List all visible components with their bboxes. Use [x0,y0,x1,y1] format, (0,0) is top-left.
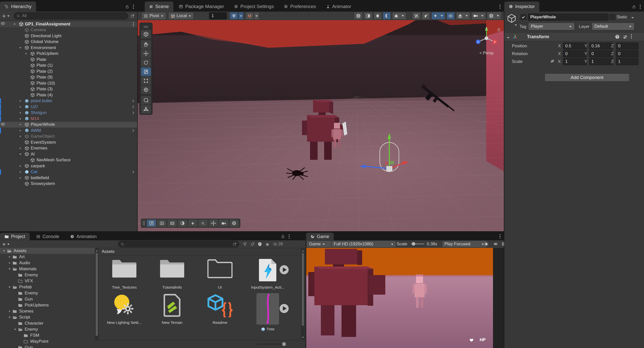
asset-tutorialinfo[interactable]: TutorialInfo [149,258,195,290]
folder-audio[interactable]: Audio [0,260,95,266]
effects-button[interactable] [431,12,445,20]
hierarchy-lock-icon[interactable] [125,4,129,9]
expand-chevron-icon[interactable] [132,111,135,115]
vector-field-rotation-z[interactable]: 0 [616,50,638,57]
tab-inspector[interactable]: Inspector [504,2,539,12]
tab-project-settings[interactable]: Project Settings [230,2,278,12]
hierarchy-item-plate-9-[interactable]: Plate (9) [0,74,137,81]
name-field[interactable]: PlayerWhole [528,14,609,21]
favorites-icon[interactable] [265,242,270,246]
vector-field-position-y[interactable]: 0.16 [589,43,613,50]
project-search-input[interactable] [118,241,239,247]
snap-options[interactable] [254,12,259,20]
shading-mode-button[interactable] [354,12,363,20]
play-overlay-icon[interactable] [279,304,289,313]
hierarchy-item-snowsystem[interactable]: Snowsystem [0,181,137,187]
transform-header[interactable]: Transform [504,32,644,41]
expand-chevron-icon[interactable] [132,129,135,132]
folder-gun[interactable]: Gun [0,296,95,302]
hierarchy-search-input[interactable]: All [14,12,128,19]
grid-snap-button[interactable] [230,12,238,20]
asset-inputsystem-acti-[interactable]: InputSystem_Acti... [245,258,290,290]
hierarchy-item-shotgun[interactable]: Shotgun [0,110,137,116]
grid-size-field[interactable]: 1 [209,12,227,19]
play-overlay-icon[interactable] [279,265,289,275]
tab-scene[interactable]: Scene [145,2,173,12]
debug-draw-button[interactable] [392,12,406,20]
folder-fsm[interactable]: FSM [0,332,95,338]
search-window-icon[interactable] [233,242,237,247]
lighting-button[interactable] [374,12,382,20]
folder-script[interactable]: Script [0,314,95,320]
folder-assets[interactable]: Assets [0,248,95,254]
camera-preview-button[interactable] [219,220,228,227]
hierarchy-item-battlefield[interactable]: battlefield [0,175,137,181]
vector-field-rotation-x[interactable]: 0 [563,50,587,57]
asset-new-lighting-setti-[interactable]: New Lighting Setti... [102,293,147,325]
hierarchy-item-playerwhole[interactable]: PlayerWhole [0,122,137,128]
tab-project[interactable]: Project [0,233,30,240]
hierarchy-item-navmesh-surface[interactable]: NavMesh Surface [0,157,137,163]
hierarchy-item-pickupitem[interactable]: PickUpItem [0,51,137,57]
rotate-tool-button[interactable] [141,58,151,67]
hierarchy-search-window-icon[interactable] [131,14,134,18]
snap-button[interactable] [246,12,254,20]
fold-closed-icon[interactable] [8,255,11,258]
hierarchy-menu-icon[interactable] [133,4,134,9]
2d-toggle-button[interactable] [412,12,421,20]
audio-toggle-button[interactable] [422,12,430,20]
move-tool-button[interactable] [141,49,151,58]
layers-button[interactable] [456,12,470,20]
grid-scrollbar[interactable] [301,248,305,340]
expand-chevron-icon[interactable] [132,105,135,109]
vector-field-position-z[interactable]: 0 [616,43,638,50]
folder-enemy[interactable]: Enemy [0,272,95,278]
fold-open-icon[interactable] [13,23,16,26]
assets-breadcrumb[interactable]: Assets [99,248,300,256]
project-lock-icon[interactable] [281,235,285,239]
drag-handle-icon[interactable] [143,220,145,226]
add-component-button[interactable]: Add Component [545,73,629,82]
display-dropdown[interactable]: Game [307,241,333,248]
fold-closed-icon[interactable] [19,123,22,126]
perspective-label[interactable]: < Persp [473,51,500,55]
inspector-menu-icon[interactable] [639,4,641,9]
importance-icon[interactable] [258,242,262,246]
scene-lighting-button[interactable] [383,12,391,20]
film-button[interactable] [168,220,177,227]
asset-tree[interactable]: Tree [245,293,290,331]
fold-closed-icon[interactable] [19,129,22,132]
vector-field-scale-z[interactable]: 1 [616,58,638,65]
tab-preferences[interactable]: Preferences [279,2,320,12]
scene-visibility-button[interactable] [446,12,455,20]
fold-closed-icon[interactable] [19,117,22,120]
fold-open-icon[interactable] [8,286,11,289]
hierarchy-item-carpark[interactable]: carpark [0,163,137,169]
fold-open-icon[interactable] [19,46,22,49]
rect-tool-button[interactable] [141,76,151,85]
project-menu-icon[interactable] [288,234,290,239]
game-menu-icon[interactable] [499,234,501,239]
scale-tool-button[interactable] [141,67,151,76]
grid-snap-options[interactable] [238,12,244,20]
fold-open-icon[interactable] [8,316,11,319]
asset-ui[interactable]: UI [197,258,243,290]
expand-chevron-icon[interactable] [132,170,135,174]
folder-enemy[interactable]: Enemy [0,326,95,332]
fold-closed-icon[interactable] [19,147,22,150]
custom-tool-button[interactable] [141,96,151,104]
hierarchy-item-plate-4-[interactable]: Plate (4) [0,92,137,98]
fold-closed-icon[interactable] [19,176,22,179]
fold-closed-icon[interactable] [25,52,28,55]
view-tool-button[interactable] [141,30,151,38]
fold-open-icon[interactable] [3,249,6,252]
hierarchy-item-uzi[interactable]: UZI [0,104,137,110]
tab-animator[interactable]: Animator [322,2,356,12]
folder-character[interactable]: Character [0,320,95,326]
fold-open-icon[interactable] [14,328,17,331]
fold-open-icon[interactable] [8,267,11,270]
tab-hierarchy[interactable]: Hierarchy [0,2,36,12]
hierarchy-item-m14[interactable]: M14 [0,116,137,122]
folder-gun[interactable]: Gun [0,344,95,348]
static-checkbox[interactable] [610,14,615,20]
